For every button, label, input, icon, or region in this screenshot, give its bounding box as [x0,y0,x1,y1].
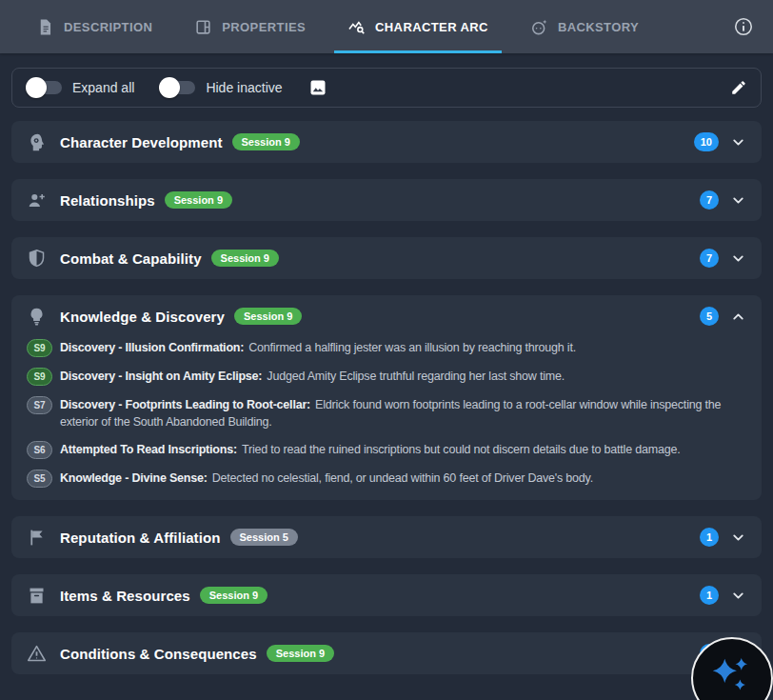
chevron-down-icon[interactable] [730,588,746,604]
section-header[interactable]: Items & Resources Session 9 1 [11,574,762,616]
hide-inactive-label: Hide inactive [206,80,282,95]
section-header[interactable]: Character Development Session 9 10 [11,121,762,163]
face-icon [530,18,548,36]
expand-all-toggle[interactable] [26,76,64,99]
section-header[interactable]: Conditions & Consequences Session 9 5 [11,632,762,674]
session-badge: Session 9 [232,133,300,150]
session-badge: Session 9 [200,587,268,604]
item-text: Confirmed a halfling jester was an illus… [248,341,576,354]
item-label: Discovery - Footprints Leading to Root-c… [60,398,310,411]
count-badge: 5 [700,307,719,326]
tab-properties[interactable]: PROPERTIES [181,0,319,53]
chevron-down-icon[interactable] [730,250,746,267]
chevron-up-icon[interactable] [730,309,746,325]
expand-all-label: Expand all [72,80,134,95]
lightbulb-icon [27,307,47,327]
session-badge: Session 5 [230,529,298,546]
shield-icon [27,249,47,269]
tab-label: PROPERTIES [222,20,306,34]
tab-label: DESCRIPTION [64,20,152,34]
top-tab-bar: DESCRIPTION PROPERTIES CHARACTER ARC BAC… [0,0,773,53]
item-text: Detected no celestial, fiend, or undead … [212,471,593,485]
list-item: S9 Discovery - Illusion Confirmation:Con… [27,339,746,357]
chevron-down-icon[interactable] [730,192,746,209]
tab-description[interactable]: DESCRIPTION [23,0,166,53]
hide-inactive-toggle[interactable] [159,76,197,99]
section-header[interactable]: Combat & Capability Session 9 7 [11,237,762,279]
tab-character-arc[interactable]: CHARACTER ARC [334,0,502,53]
session-chip: S9 [27,339,52,357]
inventory-icon [27,586,47,606]
session-badge: Session 9 [165,191,232,209]
session-chip: S6 [27,441,52,459]
section-character-development: Character Development Session 9 10 [11,121,762,163]
image-icon[interactable] [309,79,327,96]
tab-label: CHARACTER ARC [375,20,488,34]
flag-icon [27,528,47,548]
tab-label: BACKSTORY [558,20,639,34]
section-header[interactable]: Relationships Session 9 7 [11,179,762,221]
list-item: S5 Knowledge - Divine Sense:Detected no … [27,470,746,488]
list-item: S6 Attempted To Read Inscriptions:Tried … [27,441,746,459]
session-chip: S9 [27,368,52,386]
session-badge: Session 9 [267,645,334,662]
session-badge: Session 9 [234,308,302,325]
arc-item-list: S9 Discovery - Illusion Confirmation:Con… [11,337,762,500]
item-label: Knowledge - Divine Sense: [60,471,208,485]
count-badge: 10 [694,132,719,151]
tab-backstory[interactable]: BACKSTORY [517,0,652,53]
item-label: Discovery - Illusion Confirmation: [60,341,244,354]
item-text: Judged Amity Eclipse truthful regarding … [267,370,565,383]
section-title: Items & Resources [60,588,190,604]
sparkles-icon [704,650,761,700]
section-header[interactable]: Reputation & Affiliation Session 5 1 [11,516,762,558]
document-icon [36,18,54,36]
count-badge: 7 [700,190,719,210]
session-chip: S7 [27,396,52,414]
section-knowledge-discovery: Knowledge & Discovery Session 9 5 S9 Dis… [11,295,762,500]
list-item: S7 Discovery - Footprints Leading to Roo… [27,396,746,430]
warning-icon [27,644,47,664]
section-conditions-consequences: Conditions & Consequences Session 9 5 [11,632,762,674]
count-badge: 7 [700,249,719,268]
session-chip: S5 [27,470,52,488]
count-badge: 1 [700,528,719,547]
list-item: S9 Discovery - Insight on Amity Eclipse:… [27,368,746,386]
pencil-icon[interactable] [730,79,747,96]
filter-bar: Expand all Hide inactive [11,68,762,108]
section-title: Combat & Capability [60,250,202,267]
section-title: Character Development [60,134,223,150]
character-arc-panel: Expand all Hide inactive Character Devel… [0,53,773,674]
section-items-resources: Items & Resources Session 9 1 [11,574,762,616]
item-label: Discovery - Insight on Amity Eclipse: [60,370,262,383]
item-label: Attempted To Read Inscriptions: [60,443,237,456]
section-reputation-affiliation: Reputation & Affiliation Session 5 1 [11,516,762,558]
section-title: Conditions & Consequences [60,646,257,662]
item-text: Tried to read the ruined inscriptions bu… [242,443,681,456]
person-add-icon [27,190,47,210]
section-title: Knowledge & Discovery [60,309,225,325]
psychology-icon [27,132,47,152]
session-badge: Session 9 [211,250,279,267]
chevron-down-icon[interactable] [730,134,746,150]
section-header[interactable]: Knowledge & Discovery Session 9 5 [11,295,762,337]
section-title: Reputation & Affiliation [60,530,221,546]
info-icon[interactable] [733,16,754,37]
properties-icon [194,18,212,36]
count-badge: 1 [700,586,719,605]
section-combat-capability: Combat & Capability Session 9 7 [11,237,762,279]
section-relationships: Relationships Session 9 7 [11,179,762,221]
section-title: Relationships [60,192,155,209]
chevron-down-icon[interactable] [730,530,746,546]
chart-icon [347,18,366,36]
